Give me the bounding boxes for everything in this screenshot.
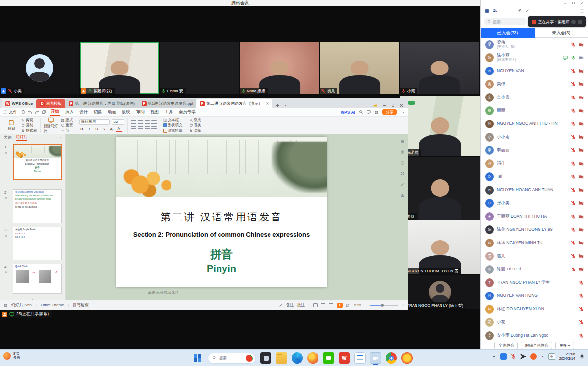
video-tile[interactable]: 初儿: [320, 42, 400, 94]
strikethrough-button[interactable]: S: [101, 127, 107, 131]
find-button[interactable]: 查找: [189, 118, 201, 122]
bold-button[interactable]: B: [79, 127, 85, 131]
mic-off-icon[interactable]: [571, 148, 576, 153]
mic-off-icon[interactable]: [571, 161, 576, 166]
member-row[interactable]: 小小小雨: [481, 130, 588, 144]
camera-off-icon[interactable]: [579, 95, 584, 100]
mic-on-icon[interactable]: [571, 55, 576, 60]
menu-item[interactable]: 放映: [121, 109, 131, 116]
camera-off-icon[interactable]: [579, 42, 584, 47]
layout-grid-icon[interactable]: [485, 9, 489, 13]
tray-app3-icon[interactable]: [530, 353, 537, 360]
member-row[interactable]: 林林冰 NGUYEN MINH TU: [481, 236, 588, 249]
mic-off-icon[interactable]: [571, 254, 576, 259]
slideshow-button[interactable]: [337, 303, 343, 308]
align-center-icon[interactable]: [138, 126, 143, 131]
close-panel-icon[interactable]: [525, 9, 529, 13]
slide-thumbnail[interactable]: 学习目标 Learning ObjectivesAfter learning t…: [13, 189, 62, 223]
mic-off-icon[interactable]: [571, 214, 576, 219]
reading-view-button[interactable]: [329, 303, 333, 307]
bullets-icon[interactable]: [131, 120, 136, 124]
start-button[interactable]: [192, 352, 203, 364]
document-tab[interactable]: P第1讲 汉语常用语发音.ppt: [138, 99, 196, 108]
notification-bell-icon[interactable]: [579, 354, 585, 359]
member-row[interactable]: DTei: [481, 170, 588, 183]
notes-button[interactable]: 备注: [286, 302, 294, 308]
weather-widget[interactable]: 8°C 多云: [3, 352, 20, 360]
screen-share-pill[interactable]: 25(正在共享屏幕): [1, 310, 52, 318]
member-row[interactable]: NNGUYEN VAN HUNG: [481, 289, 588, 302]
font-size-select[interactable]: 28: [112, 119, 124, 125]
unmute-all-button[interactable]: 解除全体静音: [521, 342, 552, 349]
input-language[interactable]: 英: [548, 353, 555, 360]
new-slide-button[interactable]: 新建幻灯片: [44, 117, 58, 134]
rail-edit-icon[interactable]: [400, 182, 405, 187]
rail-comment-icon[interactable]: [400, 161, 405, 165]
camera-off-icon[interactable]: [579, 135, 584, 140]
mic-off-icon[interactable]: [571, 227, 576, 232]
collapse-panel-button[interactable]: ‹: [60, 135, 61, 140]
member-row[interactable]: 梁梁伟(主持人, 我): [481, 38, 588, 51]
indent-decrease-icon[interactable]: [145, 120, 150, 124]
camera-off-icon[interactable]: [579, 161, 584, 166]
document-tab[interactable]: P第一讲 汉语拼音：声母 韵母(课件): [65, 99, 138, 108]
tray-mic-icon[interactable]: [511, 354, 516, 359]
zoom-percent[interactable]: 79%: [353, 303, 361, 307]
fullscreen-icon[interactable]: [346, 303, 350, 307]
numbering-icon[interactable]: [138, 120, 143, 124]
close-icon[interactable]: [580, 1, 584, 5]
taskbar-search[interactable]: 搜索: [208, 353, 256, 364]
shape-outline-button[interactable]: 形状轮廓: [163, 128, 183, 133]
tab-slides[interactable]: 幻灯片: [16, 134, 27, 141]
camera-off-icon[interactable]: [579, 241, 584, 245]
camera-off-icon[interactable]: [579, 174, 584, 179]
print-icon[interactable]: [42, 110, 46, 114]
underline-button[interactable]: U: [94, 127, 99, 131]
text-shadow-button[interactable]: A: [109, 127, 114, 131]
camera-off-icon[interactable]: [579, 201, 584, 206]
tray-app2-icon[interactable]: [520, 353, 526, 360]
mic-off-icon[interactable]: [571, 267, 576, 272]
camera-off-icon[interactable]: [579, 82, 584, 87]
paste-button[interactable]: 粘贴: [4, 119, 19, 131]
taskbar-app-chrome[interactable]: [386, 352, 397, 364]
member-row[interactable]: TTRAN NGOC PHAN LY 学生: [481, 276, 588, 289]
menu-icon[interactable]: [580, 9, 584, 13]
section-button[interactable]: 节: [61, 128, 73, 133]
slide-thumbnail[interactable]: Quick Think: [13, 264, 62, 294]
member-row[interactable]: 花小花: [481, 316, 588, 329]
menu-item[interactable]: 会员专享: [178, 109, 196, 116]
format-painter-button[interactable]: 格式刷: [21, 128, 37, 133]
video-tile[interactable]: Emma 安: [160, 42, 240, 94]
camera-off-icon[interactable]: [579, 69, 584, 73]
member-row[interactable]: 金金小霞: [481, 91, 588, 104]
member-row[interactable]: 李李丽丽: [481, 144, 588, 157]
wps-home-tab[interactable]: WWPS Office: [2, 99, 36, 108]
member-search-input[interactable]: 搜索: [484, 18, 527, 25]
member-row[interactable]: 丽丽丽: [481, 104, 588, 117]
member-row[interactable]: 美美伢: [481, 77, 588, 91]
file-menu-button[interactable]: 文件: [3, 109, 17, 115]
mic-off-icon[interactable]: [579, 333, 584, 338]
maximize-icon[interactable]: [572, 1, 575, 5]
tab-outline[interactable]: 大纲: [4, 135, 12, 140]
tray-chevron-icon[interactable]: [540, 354, 544, 358]
mic-off-icon[interactable]: [571, 135, 576, 140]
video-tile[interactable]: TRAN NGOC PHAN LY (陈玉梨): [400, 275, 480, 310]
rail-layout-icon[interactable]: [400, 171, 405, 176]
menu-item[interactable]: 工具: [164, 109, 174, 116]
video-tile[interactable]: 小雨: [400, 42, 480, 94]
align-left-icon[interactable]: [131, 126, 136, 131]
mic-off-icon[interactable]: [571, 69, 576, 73]
people-icon[interactable]: [492, 8, 497, 13]
member-row[interactable]: 陈陈美 NGUYEN HUONG LY 99: [481, 223, 588, 236]
mic-off-icon[interactable]: [579, 280, 584, 285]
video-tile[interactable]: 梁老师(我): [80, 42, 160, 94]
camera-off-icon[interactable]: [579, 227, 584, 232]
tray-app-icon[interactable]: [500, 353, 507, 360]
menu-item[interactable]: 插入: [64, 109, 74, 116]
taskbar-app-wechat[interactable]: [323, 352, 334, 364]
popout-icon[interactable]: [517, 9, 521, 13]
save-icon[interactable]: [21, 110, 25, 114]
member-row[interactable]: U张小美: [481, 196, 588, 210]
